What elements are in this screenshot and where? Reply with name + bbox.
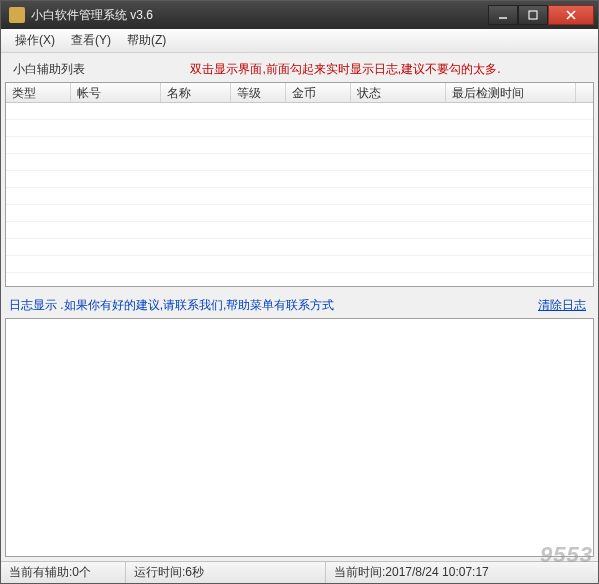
table-row[interactable] xyxy=(6,205,593,222)
app-icon xyxy=(9,7,25,23)
table-col-2[interactable]: 名称 xyxy=(161,83,231,102)
log-section: 日志显示 .如果你有好的建议,请联系我们,帮助菜单有联系方式 清除日志 xyxy=(5,293,594,557)
table-row[interactable] xyxy=(6,137,593,154)
minimize-button[interactable] xyxy=(488,5,518,25)
list-panel-label: 小白辅助列表 xyxy=(13,61,85,78)
table-row[interactable] xyxy=(6,171,593,188)
status-current-time: 当前时间:2017/8/24 10:07:17 xyxy=(326,562,598,583)
close-button[interactable] xyxy=(548,5,594,25)
app-window: 小白软件管理系统 v3.6 操作(X) 查看(Y) 帮助(Z) 小白辅助列表 双… xyxy=(0,0,599,584)
svg-rect-1 xyxy=(529,11,537,19)
table-col-5[interactable]: 状态 xyxy=(351,83,446,102)
table-row[interactable] xyxy=(6,103,593,120)
table-body[interactable] xyxy=(6,103,593,286)
table-row[interactable] xyxy=(6,120,593,137)
table-row[interactable] xyxy=(6,273,593,286)
table-row[interactable] xyxy=(6,222,593,239)
content-area: 小白辅助列表 双击显示界面,前面勾起来实时显示日志,建议不要勾的太多. 类型帐号… xyxy=(1,53,598,561)
log-label: 日志显示 .如果你有好的建议,请联系我们,帮助菜单有联系方式 xyxy=(9,297,334,314)
table-col-0[interactable]: 类型 xyxy=(6,83,71,102)
window-controls xyxy=(488,5,594,25)
list-panel-header: 小白辅助列表 双击显示界面,前面勾起来实时显示日志,建议不要勾的太多. xyxy=(5,57,594,82)
table-col-4[interactable]: 金币 xyxy=(286,83,351,102)
list-panel-hint: 双击显示界面,前面勾起来实时显示日志,建议不要勾的太多. xyxy=(105,61,586,78)
window-title: 小白软件管理系统 v3.6 xyxy=(31,7,488,24)
table-col-6[interactable]: 最后检测时间 xyxy=(446,83,576,102)
log-header: 日志显示 .如果你有好的建议,请联系我们,帮助菜单有联系方式 清除日志 xyxy=(5,293,594,318)
table-row[interactable] xyxy=(6,154,593,171)
clear-log-link[interactable]: 清除日志 xyxy=(538,297,586,314)
titlebar[interactable]: 小白软件管理系统 v3.6 xyxy=(1,1,598,29)
log-textarea[interactable] xyxy=(5,318,594,557)
menu-operate[interactable]: 操作(X) xyxy=(7,29,63,52)
statusbar: 当前有辅助:0个 运行时间:6秒 当前时间:2017/8/24 10:07:17 xyxy=(1,561,598,583)
menu-view[interactable]: 查看(Y) xyxy=(63,29,119,52)
assist-table: 类型帐号名称等级金币状态最后检测时间 xyxy=(5,82,594,287)
menubar: 操作(X) 查看(Y) 帮助(Z) xyxy=(1,29,598,53)
table-col-3[interactable]: 等级 xyxy=(231,83,286,102)
maximize-button[interactable] xyxy=(518,5,548,25)
status-assist-count: 当前有辅助:0个 xyxy=(1,562,126,583)
status-runtime: 运行时间:6秒 xyxy=(126,562,326,583)
table-row[interactable] xyxy=(6,256,593,273)
table-col-1[interactable]: 帐号 xyxy=(71,83,161,102)
table-row[interactable] xyxy=(6,239,593,256)
table-header: 类型帐号名称等级金币状态最后检测时间 xyxy=(6,83,593,103)
menu-help[interactable]: 帮助(Z) xyxy=(119,29,174,52)
table-row[interactable] xyxy=(6,188,593,205)
